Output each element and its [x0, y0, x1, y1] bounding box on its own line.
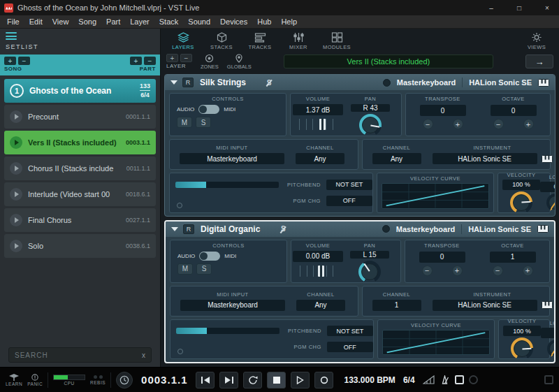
tab-tracks[interactable]: TRACKS	[242, 31, 278, 52]
keyboard-icon[interactable]	[542, 155, 553, 163]
tab-stacks[interactable]: STACKS	[203, 31, 240, 52]
pan-knob[interactable]	[358, 261, 381, 283]
pitchbend-value[interactable]: NOT SET	[327, 326, 373, 336]
menu-view[interactable]: View	[48, 17, 74, 26]
click-enable-checkbox[interactable]	[455, 375, 464, 384]
play-button[interactable]	[291, 372, 310, 389]
octave-increment-button[interactable]: +	[523, 266, 533, 276]
velocity-curve-graph[interactable]	[382, 330, 490, 356]
menu-file[interactable]: File	[2, 17, 24, 26]
solo-button[interactable]: S	[196, 117, 211, 128]
part-item[interactable]: Solo 0038.6.1	[4, 234, 156, 258]
stop-button[interactable]	[267, 372, 286, 389]
tab-mixer[interactable]: MIXER	[280, 31, 317, 52]
song-position-display[interactable]: 0003.1.1	[141, 374, 187, 386]
add-song-button[interactable]: +	[4, 57, 16, 65]
tab-views[interactable]: VIEWS	[518, 31, 555, 52]
mute-button[interactable]: M	[177, 117, 192, 128]
song-item-selected[interactable]: 1 Ghosts of the Ocean 133 6/4	[4, 79, 156, 103]
metronome-icon[interactable]	[440, 375, 450, 384]
menu-sound[interactable]: Sound	[183, 17, 215, 26]
menu-layer[interactable]: Layer	[125, 17, 154, 26]
part-item[interactable]: Interlude (Video start 00 0018.6.1	[4, 182, 156, 206]
volume-value[interactable]: 1.37 dB	[293, 104, 343, 115]
menu-hub[interactable]: Hub	[252, 17, 276, 26]
tab-layers[interactable]: LAYERS	[165, 31, 201, 52]
midi-channel-select[interactable]: Any	[296, 300, 345, 311]
play-part-icon[interactable]	[10, 214, 22, 226]
search-input[interactable]	[15, 351, 138, 359]
cycle-button[interactable]	[243, 372, 262, 389]
globals-button[interactable]: GLOBALS	[227, 54, 252, 70]
tempo-display[interactable]: 133.000 BPM	[344, 375, 395, 385]
transpose-value[interactable]: 0	[420, 105, 466, 116]
pan-value[interactable]: R 43	[351, 104, 390, 112]
octave-increment-button[interactable]: +	[523, 119, 534, 129]
remove-layer-button[interactable]: −	[180, 54, 192, 62]
output-channel-select[interactable]: Any	[372, 153, 421, 164]
tab-modules[interactable]: MODULES	[319, 31, 355, 52]
setlist-menu-icon[interactable]	[6, 32, 17, 40]
volume-slider[interactable]	[300, 266, 336, 277]
keyboard-icon[interactable]	[542, 301, 553, 309]
volume-slider-handle[interactable]	[318, 266, 324, 277]
audio-midi-toggle[interactable]	[199, 252, 220, 261]
mute-button[interactable]: M	[177, 263, 193, 275]
layer-header[interactable]: R Digital Organic S Masterkeyboard HALio…	[166, 222, 554, 237]
low-limit-value[interactable]: 0	[540, 182, 556, 192]
menu-stack[interactable]: Stack	[154, 17, 184, 26]
midi-input-select[interactable]: Masterkeyboard	[180, 300, 285, 311]
solo-button[interactable]: S	[196, 263, 212, 275]
zones-button[interactable]: ZONES	[201, 54, 219, 70]
next-part-button[interactable]: →	[525, 55, 553, 68]
minimize-button[interactable]: –	[479, 0, 503, 15]
output-channel-select[interactable]: 1	[372, 300, 421, 311]
tempo-ramp-icon[interactable]	[423, 375, 435, 384]
instrument-select[interactable]: HALion Sonic SE	[433, 300, 537, 311]
menu-part[interactable]: Part	[101, 17, 125, 26]
menu-help[interactable]: Help	[276, 17, 302, 26]
octave-value[interactable]: 0	[491, 105, 537, 116]
layer-panel-digital-organic[interactable]: R Digital Organic S Masterkeyboard HALio…	[164, 220, 556, 364]
layer-header[interactable]: R Silk Strings S Masterkeyboard HALion S…	[165, 75, 555, 90]
low-limit-value[interactable]: 0	[541, 328, 556, 338]
learn-button[interactable]: LEARN	[6, 374, 22, 386]
search-clear-button[interactable]: x	[142, 351, 145, 359]
play-part-icon[interactable]	[10, 136, 22, 149]
layer-panel-silk-strings[interactable]: R Silk Strings S Masterkeyboard HALion S…	[164, 74, 556, 217]
velocity-knob[interactable]	[510, 191, 532, 214]
layer-output-name[interactable]: Masterkeyboard	[397, 78, 456, 87]
menu-song[interactable]: Song	[73, 17, 101, 26]
remove-part-button[interactable]: −	[144, 57, 156, 65]
layer-instrument-name[interactable]: HALion Sonic SE	[468, 225, 531, 233]
collapse-icon[interactable]	[170, 80, 177, 85]
velocity-value[interactable]: 100 %	[502, 180, 540, 190]
velocity-curve-graph[interactable]	[382, 183, 489, 209]
record-arm-button[interactable]: R	[182, 78, 194, 87]
low-limit-knob[interactable]	[547, 340, 556, 358]
pan-knob[interactable]	[359, 114, 382, 136]
instrument-select[interactable]: HALion Sonic SE	[433, 153, 537, 164]
search-box[interactable]: x	[8, 347, 152, 363]
play-part-icon[interactable]	[10, 110, 22, 123]
layer-instrument-name[interactable]: HALion Sonic SE	[469, 78, 532, 87]
metronome-clock-button[interactable]	[116, 372, 133, 389]
part-item-active[interactable]: Vers II (Stacks included) 0003.1.1	[4, 131, 156, 154]
add-part-button[interactable]: +	[130, 57, 142, 65]
panic-button[interactable]: PANIC	[27, 374, 43, 386]
part-item[interactable]: Chorus II (Stacks include 0011.1.1	[4, 157, 156, 180]
layer-output-name[interactable]: Masterkeyboard	[396, 225, 455, 233]
velocity-value[interactable]: 100 %	[503, 326, 541, 336]
transpose-decrement-button[interactable]: −	[423, 119, 433, 129]
close-button[interactable]: ×	[535, 0, 559, 15]
play-part-icon[interactable]	[10, 162, 22, 175]
volume-slider-handle[interactable]	[319, 119, 326, 130]
go-to-start-button[interactable]	[196, 372, 215, 389]
volume-slider[interactable]	[299, 119, 337, 130]
maximize-button[interactable]: □	[507, 0, 531, 15]
menu-devices[interactable]: Devices	[215, 17, 252, 26]
add-layer-button[interactable]: +	[166, 54, 178, 62]
play-part-icon[interactable]	[10, 188, 22, 201]
part-item[interactable]: Precount 0001.1.1	[4, 105, 156, 129]
precount-indicator[interactable]	[469, 375, 478, 384]
